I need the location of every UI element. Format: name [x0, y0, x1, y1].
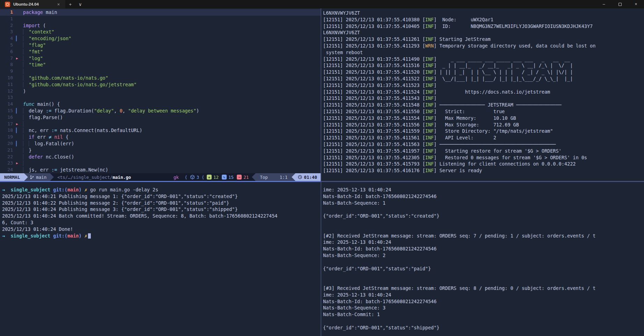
code-line: 22▏ defer nc.Close() [0, 154, 321, 160]
window-controls: – × [596, 0, 644, 8]
window-titlebar: Ubuntu-24.04 × + ∨ – × [0, 0, 644, 8]
log-line: [12151] 2025/12/13 01:37:55.411522 [INF]… [323, 75, 644, 82]
line-number: 23 [0, 160, 16, 167]
code-line: 24▏ js, err := jetstream.New(nc) [0, 167, 321, 173]
code-line: 2import ( [0, 22, 321, 29]
git-modified-count: 15 [228, 175, 234, 180]
powerline-separator [50, 173, 54, 181]
line-number: 12 [0, 88, 16, 95]
diagnostic-sign-icon: ▶ [16, 121, 23, 127]
code-line: 6▏ "fmt" [0, 49, 321, 55]
log-line: [12151] 2025/12/13 01:37:55.410405 [INF]… [323, 23, 644, 30]
subscriber-line [323, 259, 644, 265]
powerline-separator [24, 173, 28, 181]
line-number: 11 [0, 81, 16, 88]
log-line: [12151] 2025/12/13 01:37:55.411523 [INF] [323, 82, 644, 89]
subscriber-line: Nats-Batch-Id: batch-1765608021242274546 [323, 246, 644, 252]
subscriber-line: Nats-Batch-Id: batch-1765608021242274546 [323, 298, 644, 305]
subscriber-line: {"order_id":"ORD-001","status":"shipped"… [323, 324, 644, 331]
line-number: 21 [0, 147, 16, 154]
line-number: 5 [0, 42, 16, 49]
diagnostic-sign-icon: ▶ [16, 55, 23, 62]
right-column: L6NXNVWYJV6ZT[12151] 2025/12/13 01:37:55… [321, 8, 644, 336]
git-change-sign: ▎ [16, 108, 23, 114]
lsp-indicator: gk [174, 175, 179, 180]
code-buffer: 1package main12import (3▏ "context"4▎▏ "… [0, 8, 321, 173]
git-added-count: 12 [213, 175, 219, 180]
code-line: 11▏ "github.com/nats-io/nats.go/jetstrea… [0, 81, 321, 88]
sign-column [16, 88, 23, 95]
sign-column [16, 94, 23, 101]
code-line: 7▶▏ "log" [0, 55, 321, 62]
code-editor-pane[interactable]: 1package main12import (3▏ "context"4▎▏ "… [0, 8, 321, 181]
log-line: [12151] 2025/12/13 01:37:55.411543 [INF] [323, 95, 644, 102]
subscriber-line: Nats-Batch-Sequence: 3 [323, 305, 644, 311]
terminal-tab[interactable]: Ubuntu-24.04 × [0, 0, 65, 8]
subscriber-line: Nats-Batch-Id: batch-1765608021242274546 [323, 193, 644, 200]
code-line: 1 [0, 16, 321, 22]
sign-column [16, 49, 23, 55]
sign-column [16, 68, 23, 75]
close-button[interactable]: × [628, 0, 644, 8]
line-number: 22 [0, 154, 16, 160]
mode-badge: NORMAL [0, 173, 24, 181]
editor-statusline: NORMAL main <ts/…/single_subject/main.go [0, 173, 321, 181]
log-line: [12151] 2025/12/13 01:37:55.411490 [INF]… [323, 56, 644, 63]
code-line: 14func main() { [0, 101, 321, 108]
sign-column [16, 147, 23, 154]
terminal-line: → single_subject git:(main) ✗ [2, 233, 321, 239]
line-number: 7 [0, 55, 16, 62]
line-number: 14 [0, 101, 16, 108]
sign-column [16, 81, 23, 88]
git-branch-name: main [36, 175, 46, 180]
module-count: 3 [197, 175, 199, 180]
clock-icon [298, 175, 302, 179]
subscriber-line: Nats-Batch-Sequence: 1 [323, 200, 644, 206]
subscriber-line: [#3] Received JetStream message: stream:… [323, 285, 644, 292]
powerline-separator [292, 173, 295, 181]
maximize-button[interactable] [612, 0, 628, 8]
tab-dropdown-button[interactable]: ∨ [75, 0, 86, 8]
clock-time: 01:40 [304, 175, 317, 180]
package-icon [190, 175, 195, 180]
subscriber-output-pane[interactable]: ime: 2025-12-13 01:40:24Nats-Batch-Id: b… [321, 182, 644, 336]
sign-column [16, 22, 23, 29]
log-line: [12151] 2025/12/13 01:37:55.411554 [INF]… [323, 115, 644, 122]
line-number: 20 [0, 140, 16, 147]
code-line: 19▏ if err ≠ nil { [0, 134, 321, 140]
sign-column [16, 134, 23, 140]
log-line: L6NXNVWYJV6ZT [323, 29, 644, 36]
ubuntu-icon [5, 2, 10, 7]
git-branch-segment: main [28, 173, 50, 181]
git-change-sign: ▎ [16, 140, 23, 147]
log-line: [12151] 2025/12/13 01:37:55.411293 [WRN]… [323, 43, 644, 49]
tab-close-button[interactable]: × [56, 2, 61, 7]
clock-badge: 01:40 [295, 173, 321, 181]
sign-column [16, 16, 23, 22]
new-tab-button[interactable]: + [65, 0, 75, 8]
shell-terminal-pane[interactable]: → single_subject git:(main) ✗ go run mai… [0, 182, 321, 336]
sign-column [16, 154, 23, 160]
code-line: 9▏ [0, 68, 321, 75]
git-change-sign: ▎ [16, 127, 23, 134]
code-line: 21▏ } [0, 147, 321, 154]
terminal-window: Ubuntu-24.04 × + ∨ – × 1package main12im… [0, 0, 644, 336]
code-line: 8▏ "time" [0, 61, 321, 68]
diagnostic-sign-icon: ▶ [16, 160, 23, 167]
log-line: [12151] 2025/12/13 01:37:55.411563 [INF]… [323, 141, 644, 148]
subscriber-line [323, 278, 644, 285]
line-number: 3 [0, 29, 16, 35]
log-line: [12151] 2025/12/13 01:37:55.411550 [INF]… [323, 108, 644, 115]
log-line: [12151] 2025/12/13 01:37:55.411516 [INF]… [323, 62, 644, 69]
minimize-button[interactable]: – [596, 0, 612, 8]
left-column: 1package main12import (3▏ "context"4▎▏ "… [0, 8, 321, 336]
code-line: 13 [0, 94, 321, 101]
subscriber-line: [#2] Received JetStream message: stream:… [323, 233, 644, 239]
pane-workspace: 1package main12import (3▏ "context"4▎▏ "… [0, 8, 644, 336]
line-number: 2 [0, 22, 16, 29]
subscriber-line: {"order_id":"ORD-001","status":"paid"} [323, 265, 644, 272]
tab-title: Ubuntu-24.04 [13, 2, 39, 6]
code-line: 5▏ "flag" [0, 42, 321, 49]
scroll-position-segment: Top 1:1 [256, 173, 292, 181]
nats-server-log-pane[interactable]: L6NXNVWYJV6ZT[12151] 2025/12/13 01:37:55… [321, 8, 644, 181]
